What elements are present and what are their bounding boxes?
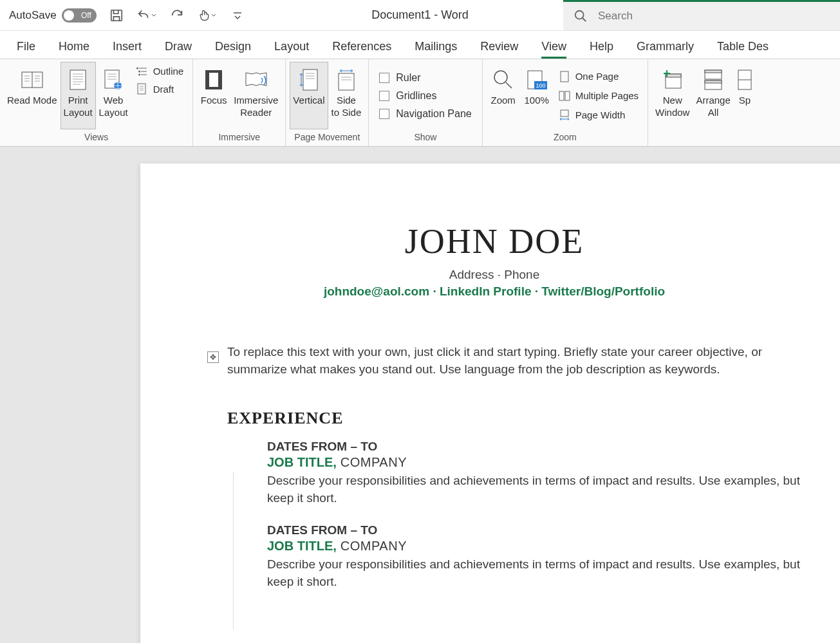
gridlines-checkbox[interactable]: Gridlines	[379, 90, 471, 102]
tab-references[interactable]: References	[321, 33, 403, 59]
search-input[interactable]	[598, 10, 830, 23]
tab-draw[interactable]: Draw	[153, 33, 203, 59]
zoom-button[interactable]: Zoom	[487, 62, 520, 129]
outline-icon	[136, 66, 148, 77]
svg-point-26	[138, 73, 140, 75]
read-mode-icon	[21, 66, 43, 93]
print-layout-button[interactable]: Print Layout	[61, 62, 96, 129]
checkbox-icon	[379, 73, 389, 83]
page-width-icon	[559, 109, 570, 121]
outline-button[interactable]: Outline	[133, 64, 188, 78]
svg-rect-49	[666, 74, 681, 77]
document-title: Document1 - Word	[371, 8, 469, 22]
resume-contact-line1[interactable]: Address · Phone	[140, 268, 840, 282]
page[interactable]: JOHN DOE Address · Phone johndoe@aol.com…	[140, 163, 840, 643]
tab-file[interactable]: File	[5, 33, 47, 59]
job-title-row[interactable]: JOB TITLE, COMPANY	[267, 539, 816, 554]
autosave-toggle[interactable]: Off	[62, 8, 97, 23]
job-title-row[interactable]: JOB TITLE, COMPANY	[267, 455, 816, 470]
tab-view[interactable]: View	[530, 33, 578, 59]
document-area[interactable]: JOHN DOE Address · Phone johndoe@aol.com…	[0, 147, 840, 643]
customize-qat-button[interactable]	[229, 7, 246, 24]
svg-point-40	[494, 71, 507, 84]
undo-button[interactable]	[134, 7, 160, 24]
tab-review[interactable]: Review	[469, 33, 530, 59]
tab-design[interactable]: Design	[203, 33, 263, 59]
svg-rect-0	[111, 10, 122, 21]
focus-button[interactable]: Focus	[197, 62, 230, 129]
list-guide-line	[233, 472, 234, 629]
arrange-all-icon	[704, 66, 723, 93]
experience-heading[interactable]: EXPERIENCE	[227, 409, 816, 428]
resume-name[interactable]: JOHN DOE	[140, 221, 840, 261]
navigation-pane-checkbox[interactable]: Navigation Pane	[379, 108, 471, 120]
job-description[interactable]: Describe your responsibilities and achie…	[267, 472, 816, 507]
ruler-checkbox[interactable]: Ruler	[379, 72, 471, 84]
split-icon	[737, 66, 752, 93]
svg-rect-53	[705, 80, 722, 83]
web-layout-icon	[104, 66, 123, 93]
draft-icon	[136, 83, 148, 95]
save-button[interactable]	[108, 7, 125, 24]
title-bar: AutoSave Off Document1 - Word	[0, 0, 840, 31]
search-box[interactable]	[563, 0, 840, 30]
arrange-all-button[interactable]: Arrange All	[693, 62, 733, 129]
page-width-button[interactable]: Page Width	[555, 108, 642, 122]
svg-rect-45	[559, 91, 564, 100]
one-page-icon	[559, 71, 570, 82]
tab-layout[interactable]: Layout	[263, 33, 321, 59]
svg-point-1	[575, 11, 584, 19]
experience-entry[interactable]: DATES FROM – TO JOB TITLE, COMPANY Descr…	[267, 440, 816, 507]
job-dates[interactable]: DATES FROM – TO	[267, 523, 816, 537]
tab-grammarly[interactable]: Grammarly	[625, 33, 705, 59]
autosave-state: Off	[81, 11, 91, 20]
group-window: New Window Arrange All Sp	[648, 59, 760, 146]
tab-insert[interactable]: Insert	[101, 33, 153, 59]
hundred-icon: 100	[525, 66, 548, 93]
web-layout-button[interactable]: Web Layout	[96, 62, 131, 129]
redo-button[interactable]	[169, 7, 185, 24]
svg-rect-33	[303, 70, 317, 90]
svg-rect-46	[565, 91, 570, 100]
immersive-reader-button[interactable]: Immersive Reader	[230, 62, 281, 129]
chevron-down-icon	[210, 12, 217, 19]
job-dates[interactable]: DATES FROM – TO	[267, 440, 816, 454]
group-views: Read Mode Print Layout Web Layout Outlin…	[0, 59, 193, 146]
job-title[interactable]: JOB TITLE,	[267, 455, 337, 469]
search-icon	[574, 9, 588, 23]
print-layout-icon	[69, 66, 87, 93]
group-zoom: Zoom 100 100% One Page Multiple Pages	[483, 59, 648, 146]
hundred-percent-button[interactable]: 100 100%	[520, 62, 554, 129]
multiple-pages-icon	[559, 90, 570, 102]
tab-home[interactable]: Home	[47, 33, 101, 59]
tab-help[interactable]: Help	[578, 33, 625, 59]
read-mode-button[interactable]: Read Mode	[4, 62, 61, 129]
table-move-handle[interactable]	[207, 351, 219, 363]
checkbox-icon	[379, 109, 389, 119]
svg-rect-51	[705, 70, 722, 73]
split-button[interactable]: Sp	[734, 62, 756, 129]
resume-contact-line2[interactable]: johndoe@aol.com · LinkedIn Profile · Twi…	[140, 284, 840, 299]
draft-button[interactable]: Draft	[133, 82, 188, 96]
side-to-side-icon	[335, 66, 358, 93]
autosave-control[interactable]: AutoSave Off	[0, 8, 97, 23]
svg-text:100: 100	[536, 82, 545, 89]
tab-mailings[interactable]: Mailings	[403, 33, 469, 59]
job-company[interactable]: COMPANY	[337, 455, 407, 469]
one-page-button[interactable]: One Page	[555, 70, 642, 84]
touch-mode-button[interactable]	[194, 7, 220, 24]
job-title[interactable]: JOB TITLE,	[267, 539, 337, 553]
new-window-icon	[662, 66, 684, 93]
checkbox-icon	[379, 91, 389, 101]
resume-intro[interactable]: To replace this text with your own, just…	[227, 344, 816, 378]
tab-table-design[interactable]: Table Des	[705, 33, 780, 59]
job-company[interactable]: COMPANY	[337, 539, 407, 553]
new-window-button[interactable]: New Window	[652, 62, 693, 129]
side-to-side-button[interactable]: Side to Side	[328, 62, 365, 129]
experience-entry[interactable]: DATES FROM – TO JOB TITLE, COMPANY Descr…	[267, 523, 816, 590]
vertical-button[interactable]: Vertical	[290, 62, 328, 129]
job-description[interactable]: Describe your responsibilities and achie…	[267, 556, 816, 590]
svg-point-24	[136, 67, 138, 69]
multiple-pages-button[interactable]: Multiple Pages	[555, 89, 642, 103]
toggle-knob	[64, 10, 74, 21]
